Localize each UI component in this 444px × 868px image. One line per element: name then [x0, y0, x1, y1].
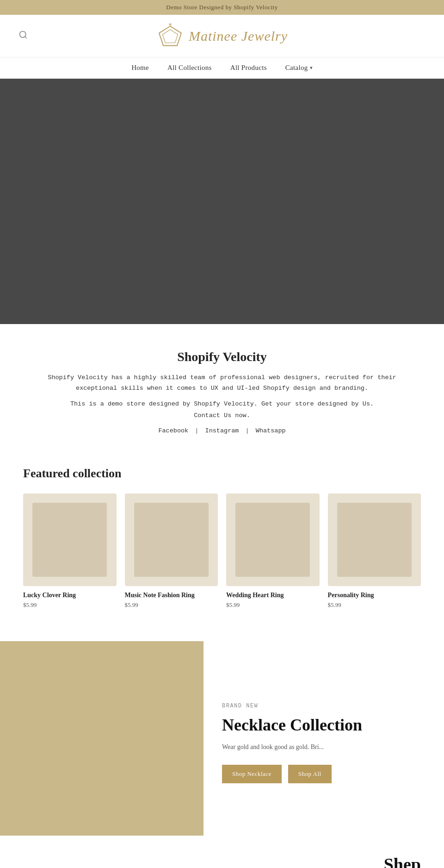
product-name-3: Personality Ring — [328, 592, 421, 599]
shop-all-button[interactable]: Shop All — [288, 765, 332, 783]
nav-catalog[interactable]: Catalog ▾ — [285, 64, 313, 72]
nav-all-products[interactable]: All Products — [230, 64, 267, 72]
collection-image — [0, 641, 204, 836]
product-price-1: $5.99 — [125, 601, 218, 609]
social-sep-1: | — [195, 427, 198, 434]
svg-marker-3 — [162, 30, 178, 43]
product-card[interactable]: Personality Ring $5.99 — [328, 493, 421, 609]
product-name-1: Music Note Fashion Ring — [125, 592, 218, 599]
product-image-3 — [328, 493, 421, 586]
search-icon[interactable] — [18, 30, 28, 42]
collection-title: Necklace Collection — [222, 716, 426, 735]
hero-banner — [0, 79, 444, 324]
collection-badge: BRAND NEW — [222, 703, 426, 709]
product-price-0: $5.99 — [23, 601, 117, 609]
product-image-0 — [23, 493, 117, 586]
collection-desc: Wear gold and look good as gold. Bri... — [222, 742, 426, 752]
products-grid: Lucky Clover Ring $5.99 Music Note Fashi… — [23, 493, 421, 609]
logo-icon — [156, 23, 184, 49]
about-contact[interactable]: Contact Us now. — [37, 412, 407, 419]
product-card[interactable]: Lucky Clover Ring $5.99 — [23, 493, 117, 609]
instagram-link[interactable]: Instagram — [205, 427, 239, 434]
product-price-3: $5.99 — [328, 601, 421, 609]
whatsapp-link[interactable]: Whatsapp — [256, 427, 286, 434]
chevron-down-icon: ▾ — [310, 65, 313, 71]
about-section: Shopify Velocity Shopify Velocity has a … — [0, 324, 444, 453]
nav-home[interactable]: Home — [131, 64, 149, 72]
collection-info: BRAND NEW Necklace Collection Wear gold … — [204, 641, 444, 836]
logo[interactable]: Matinee Jewelry — [156, 23, 288, 49]
social-links: Facebook | Instagram | Whatsapp — [37, 427, 407, 434]
nav-catalog-label: Catalog — [285, 64, 308, 72]
header: Matinee Jewelry — [0, 15, 444, 57]
nav-all-collections[interactable]: All Collections — [167, 64, 212, 72]
main-nav: Home All Collections All Products Catalo… — [0, 57, 444, 79]
facebook-link[interactable]: Facebook — [158, 427, 188, 434]
product-card[interactable]: Music Note Fashion Ring $5.99 — [125, 493, 218, 609]
logo-text: Matinee Jewelry — [189, 28, 288, 44]
product-name-0: Lucky Clover Ring — [23, 592, 117, 599]
about-demo-text: This is a demo store designed by Shopify… — [37, 400, 407, 407]
product-image-1 — [125, 493, 218, 586]
featured-section: Featured collection Lucky Clover Ring $5… — [0, 453, 444, 627]
svg-line-1 — [25, 37, 27, 38]
banner-text: Demo Store Designed by Shopify Velocity — [166, 4, 278, 11]
collection-section: BRAND NEW Necklace Collection Wear gold … — [0, 641, 444, 836]
product-name-2: Wedding Heart Ring — [226, 592, 320, 599]
about-description: Shopify Velocity has a highly skilled te… — [37, 373, 407, 394]
shop-necklace-button[interactable]: Shop Necklace — [222, 765, 282, 783]
shep-section: Shep — [0, 836, 444, 868]
collection-buttons: Shop Necklace Shop All — [222, 765, 426, 783]
shep-title: Shep — [23, 854, 421, 868]
top-banner: Demo Store Designed by Shopify Velocity — [0, 0, 444, 15]
about-title: Shopify Velocity — [37, 350, 407, 364]
social-sep-2: | — [246, 427, 249, 434]
product-card[interactable]: Wedding Heart Ring $5.99 — [226, 493, 320, 609]
featured-title: Featured collection — [23, 467, 421, 481]
product-image-2 — [226, 493, 320, 586]
product-price-2: $5.99 — [226, 601, 320, 609]
